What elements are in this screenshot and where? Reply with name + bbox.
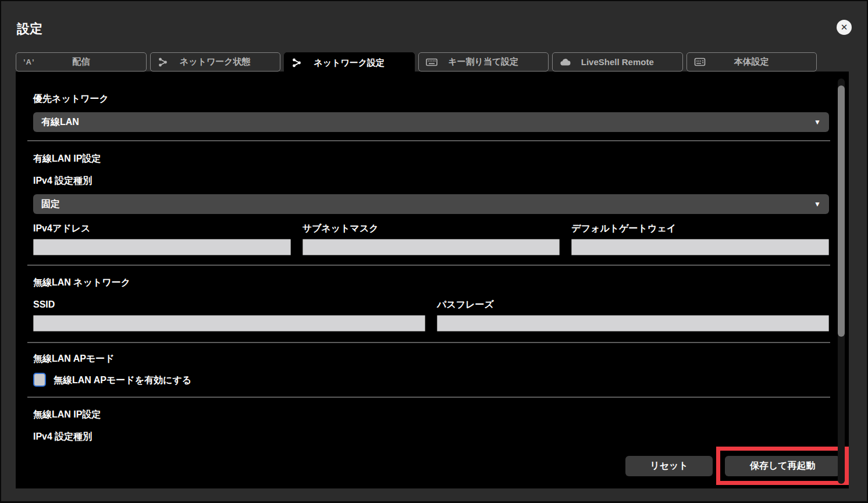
divider [27,342,830,343]
scrollbar[interactable] [838,79,845,484]
page-title: 設定 [17,20,42,38]
default-gateway-label: デフォルトゲートウェイ [571,222,829,234]
tab-broadcast[interactable]: ʼAʼ 配信 [16,52,147,72]
ipv4-address-input[interactable] [33,239,291,255]
tab-key-assign[interactable]: キー割り当て設定 [418,52,549,72]
close-icon[interactable]: ✕ [837,20,852,35]
subnet-mask-label: サブネットマスク [303,222,560,234]
tab-label: キー割り当て設定 [419,56,549,67]
scrollbar-thumb[interactable] [838,85,845,337]
default-gateway-input[interactable] [571,239,829,255]
passphrase-input[interactable] [437,315,829,331]
ap-mode-checkbox-label: 無線LAN APモードを有効にする [54,374,191,386]
keyboard-icon [426,58,437,67]
wireless-ipv4-type-label: IPv4 設定種別 [33,430,831,443]
ap-mode-row: 無線LAN APモードを有効にする [33,373,831,387]
ip-fields-row: IPv4アドレス サブネットマスク デフォルトゲートウェイ [33,222,829,255]
priority-network-select[interactable]: 有線LAN ▼ [33,112,829,132]
wired-lan-section-title: 有線LAN IP設定 [33,152,831,165]
chevron-down-icon: ▼ [814,118,821,126]
ssid-field: SSID [33,298,425,331]
reset-button[interactable]: リセット [625,456,713,476]
ipv4-type-value: 固定 [41,198,60,211]
tab-label: ネットワーク状態 [151,56,280,67]
wireless-ip-section-title: 無線LAN IP設定 [33,408,831,420]
wireless-fields-row: SSID パスフレーズ [33,298,829,331]
tab-label: 配信 [16,56,146,67]
priority-network-label: 優先ネットワーク [33,92,831,105]
tab-network-status[interactable]: ネットワーク状態 [150,52,281,72]
save-restart-button[interactable]: 保存して再起動 [725,456,840,476]
divider [27,397,830,398]
subnet-mask-field: サブネットマスク [303,222,560,255]
share-icon [291,58,302,68]
ssid-label: SSID [33,298,425,311]
tab-label: ネットワーク設定 [284,58,414,69]
tab-device-settings[interactable]: 本体設定 [686,52,817,72]
divider [27,140,830,141]
tab-label: LiveShell Remote [553,57,682,67]
ap-mode-section-title: 無線LAN APモード [33,352,831,365]
ipv4-type-label: IPv4 設定種別 [33,174,831,187]
passphrase-field: パスフレーズ [437,298,829,331]
passphrase-label: パスフレーズ [437,298,829,311]
cloud-icon [560,58,571,67]
ssid-input[interactable] [33,315,425,331]
tab-bar: ʼAʼ 配信 ネットワーク状態 ネットワーク設定 キー割り当て設定 Live [16,52,817,72]
tab-liveshell-remote[interactable]: LiveShell Remote [552,52,683,72]
ipv4-address-field: IPv4アドレス [33,222,291,255]
subnet-mask-input[interactable] [303,239,560,255]
ipv4-type-select[interactable]: 固定 ▼ [33,194,829,214]
tab-network-settings[interactable]: ネットワーク設定 [284,52,415,73]
share-icon [158,57,168,67]
priority-network-value: 有線LAN [41,116,79,129]
default-gateway-field: デフォルトゲートウェイ [571,222,829,255]
wireless-section-title: 無線LAN ネットワーク [33,276,831,288]
device-icon [694,57,706,67]
tab-label: 本体設定 [687,56,817,67]
settings-dialog: 設定 ✕ ʼAʼ 配信 ネットワーク状態 ネットワーク設定 キー割り当て設定 [0,0,868,503]
ap-mode-checkbox[interactable] [33,373,46,387]
antenna-icon: ʼAʼ [23,58,35,66]
ipv4-address-label: IPv4アドレス [33,222,291,234]
chevron-down-icon: ▼ [814,200,821,208]
network-settings-panel: 優先ネットワーク 有線LAN ▼ 有線LAN IP設定 IPv4 設定種別 固定… [16,72,849,488]
divider [27,265,830,266]
